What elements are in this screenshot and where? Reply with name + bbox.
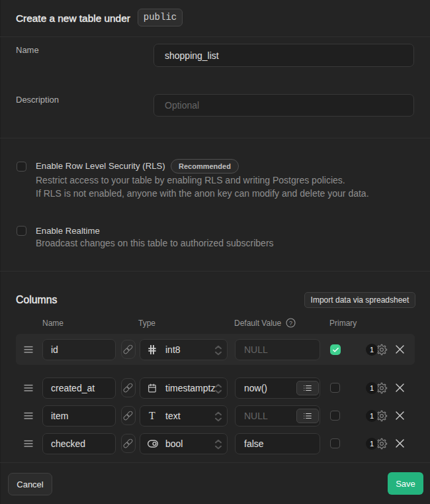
svg-text:?: ? — [289, 320, 292, 327]
